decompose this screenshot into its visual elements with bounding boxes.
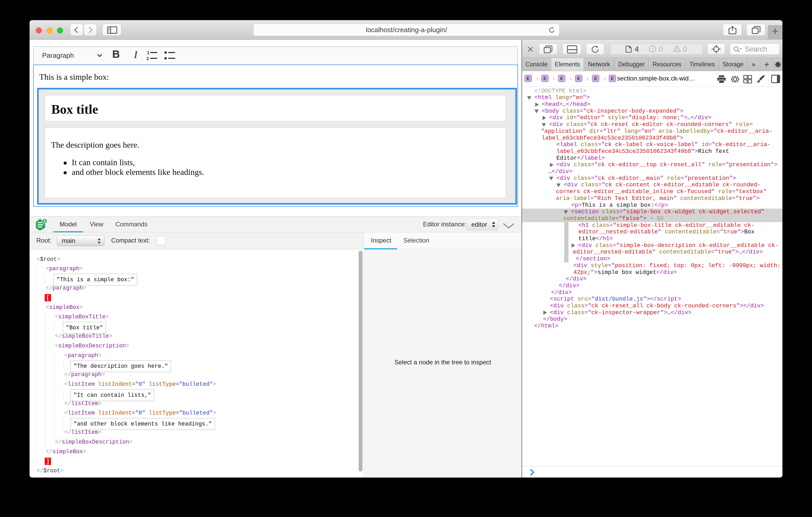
svg-text:5: 5 [44,219,46,223]
svg-text:1: 1 [147,51,149,55]
svg-text:2: 2 [146,57,149,61]
